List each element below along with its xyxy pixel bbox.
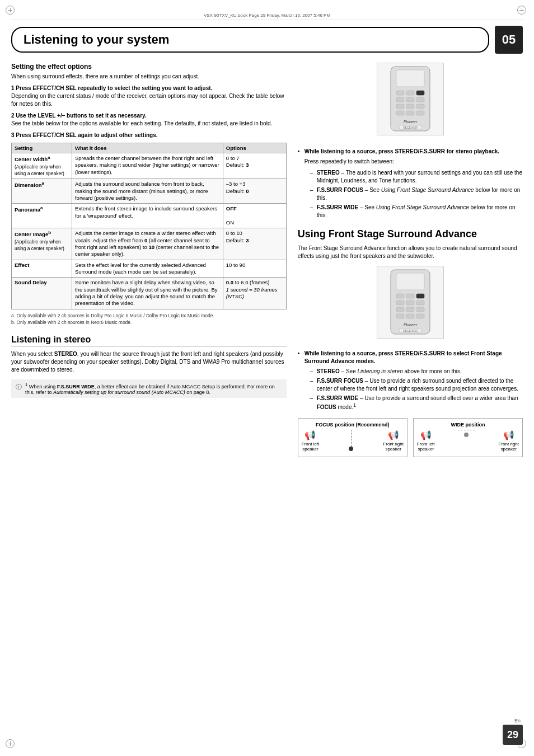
svg-rect-9	[406, 104, 414, 109]
focus-dashed-line	[351, 430, 352, 447]
remote-image-top: Pioneer RECEIVER	[377, 63, 444, 135]
header-title-box: Listening to your system	[11, 27, 489, 53]
speaker-icon-wr: 📢	[499, 430, 519, 440]
svg-rect-30	[416, 314, 424, 318]
chapter-badge: 05	[495, 26, 523, 54]
wide-diagram: WIDE position 📢 Front leftspeaker	[413, 418, 523, 457]
wide-dot	[464, 433, 469, 437]
svg-rect-11	[396, 111, 404, 115]
svg-rect-3	[406, 91, 414, 95]
setting-cell: Center Widtha (Applicable only when usin…	[12, 153, 72, 179]
svg-rect-19	[396, 294, 404, 298]
focus-wide-diagram: FOCUS position (Recommend) 📢 Front lefts…	[298, 418, 523, 457]
page-number: 29	[503, 725, 523, 745]
svg-rect-25	[396, 307, 404, 312]
options-cell: –3 to +3Default: 0	[223, 179, 286, 204]
advance-mode-stereo: STEREO – See Listening in stereo above f…	[310, 368, 523, 375]
page-container: VSX-90TXV_KU.book Page 29 Friday, March …	[0, 0, 534, 756]
speaker-icon-fr: 📢	[383, 430, 403, 440]
page-title: Listening to your system	[24, 32, 169, 46]
focus-right-speaker: 📢 Front rightspeaker	[383, 430, 403, 452]
stereo-playback-list: While listening to a source, press STERE…	[298, 148, 523, 156]
step1-heading: 1 Press EFFECT/CH SEL repeatedly to sele…	[11, 85, 287, 91]
listening-stereo-heading: Listening in stereo	[11, 335, 287, 347]
svg-rect-24	[416, 300, 424, 305]
front-stage-advance-section: Using Front Stage Surround Advance The F…	[298, 228, 523, 457]
options-cell: 0.0 to 6.0 (frames)1 second = 30 frames …	[223, 278, 286, 309]
page-header: Listening to your system 05	[11, 26, 523, 54]
svg-rect-18	[396, 273, 424, 290]
focus-diagram: FOCUS position (Recommend) 📢 Front lefts…	[298, 418, 407, 457]
svg-text:Pioneer: Pioneer	[404, 120, 418, 124]
step2-heading: 2 Use the LEVEL +/– buttons to set it as…	[11, 112, 287, 119]
wide-left-speaker: 📢 Front leftspeaker	[417, 430, 435, 452]
advance-mode-focus: F.S.SURR FOCUS – Use to provide a rich s…	[310, 377, 523, 393]
svg-rect-4	[416, 91, 424, 95]
what-cell: Some monitors have a slight delay when s…	[72, 278, 223, 309]
corner-mark-tr	[517, 6, 528, 17]
svg-rect-6	[406, 97, 414, 102]
focus-left-speaker: 📢 Front leftspeaker	[302, 430, 320, 452]
options-cell: OFFON	[223, 204, 286, 228]
front-stage-bullet: While listening to a source, press STERE…	[298, 350, 523, 365]
listening-stereo-section: Listening in stereo When you select STER…	[11, 335, 287, 374]
svg-rect-1	[396, 70, 424, 87]
left-column: Setting the effect options When using su…	[11, 63, 287, 457]
what-cell: Adjusts the center image to create a wid…	[72, 228, 223, 260]
listening-stereo-body: When you select STEREO, you will hear th…	[11, 350, 287, 374]
note-icon: ⓘ	[16, 383, 22, 391]
stereo-mode-wide: F.S.SURR WIDE – See Using Front Stage Su…	[310, 204, 523, 219]
options-cell: 0 to 10Default: 3	[223, 228, 286, 260]
svg-rect-7	[416, 97, 424, 102]
footnote-a: a. Only available with 2 ch sources in D…	[11, 313, 287, 320]
focus-label: FOCUS position (Recommend)	[302, 422, 404, 428]
stereo-mode-focus: F.S.SURR FOCUS – See Using Front Stage S…	[310, 186, 523, 202]
svg-rect-29	[406, 314, 414, 318]
speaker-icon-wl: 📢	[417, 430, 435, 440]
advance-modes-list: STEREO – See Listening in stereo above f…	[305, 368, 523, 411]
svg-text:Pioneer: Pioneer	[404, 323, 418, 327]
stereo-mode-stereo: STEREO – The audio is heard with your su…	[310, 169, 523, 185]
file-info-bar: VSX-90TXV_KU.book Page 29 Friday, March …	[11, 11, 523, 20]
remote-image-bottom: Pioneer RECEIVER	[377, 266, 444, 339]
what-cell: Spreads the center channel between the f…	[72, 153, 223, 179]
table-row: Center Imageb (Applicable only when usin…	[12, 228, 287, 260]
stereo-playback-item: While listening to a source, press STERE…	[298, 148, 523, 156]
svg-rect-23	[406, 300, 414, 305]
focus-dot	[349, 447, 353, 451]
svg-rect-12	[406, 111, 414, 115]
effect-table: Setting What it does Options Center Widt…	[11, 143, 287, 309]
svg-rect-21	[416, 294, 424, 298]
step3-heading: 3 Press EFFECT/CH SEL again to adjust ot…	[11, 132, 287, 138]
front-stage-heading: Using Front Stage Surround Advance	[298, 228, 523, 240]
corner-mark-bl	[6, 739, 17, 750]
col-setting: Setting	[12, 143, 72, 153]
step2-body: See the table below for the options avai…	[11, 120, 287, 128]
wide-right-speaker: 📢 Front rightspeaker	[499, 430, 519, 452]
table-row: Sound Delay Some monitors have a slight …	[12, 278, 287, 309]
filepath-text: VSX-90TXV_KU.book Page 29 Friday, March …	[204, 13, 330, 18]
svg-rect-22	[396, 300, 404, 305]
wide-label: WIDE position	[417, 422, 519, 428]
setting-cell: Panoramaa	[12, 204, 72, 228]
options-cell: 0 to 7Default: 3	[223, 153, 286, 179]
table-row: Dimensiona Adjusts the surround sound ba…	[12, 179, 287, 204]
svg-rect-8	[396, 104, 404, 109]
svg-text:RECEIVER: RECEIVER	[403, 329, 418, 332]
page-lang: En	[514, 718, 521, 724]
svg-rect-10	[416, 104, 424, 109]
table-row: Effect Sets the effect level for the cur…	[12, 260, 287, 278]
main-content: Setting the effect options When using su…	[11, 63, 523, 457]
stereo-modes-list: STEREO – The audio is heard with your su…	[305, 169, 523, 219]
col-what: What it does	[72, 143, 223, 153]
front-stage-bullet-item: While listening to a source, press STERE…	[298, 350, 523, 365]
setting-effect-heading: Setting the effect options	[11, 63, 287, 71]
footnotes: a. Only available with 2 ch sources in D…	[11, 313, 287, 326]
svg-rect-26	[406, 307, 414, 312]
svg-rect-20	[406, 294, 414, 298]
what-cell: Extends the front stereo image to includ…	[72, 204, 223, 228]
col-options: Options	[223, 143, 286, 153]
setting-cell: Dimensiona	[12, 179, 72, 204]
svg-rect-2	[396, 91, 404, 95]
setting-cell: Effect	[12, 260, 72, 278]
